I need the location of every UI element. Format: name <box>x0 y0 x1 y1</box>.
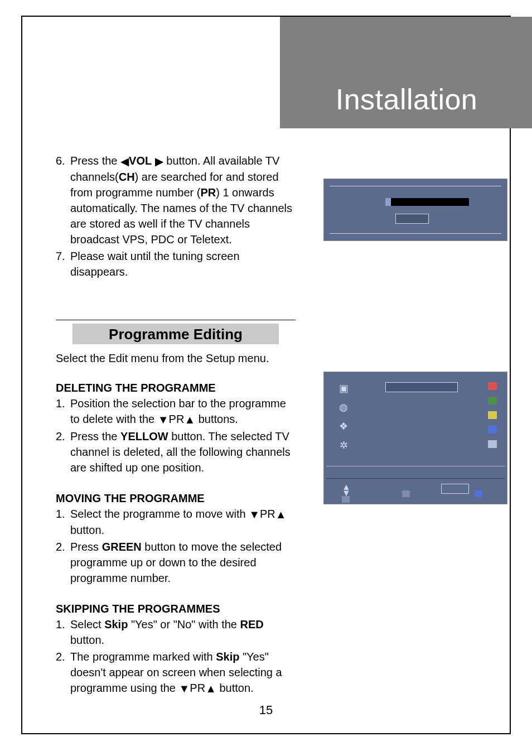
page-title: Installation <box>336 83 478 116</box>
features-icon: ❖ <box>336 420 351 432</box>
page-number: 15 <box>22 703 510 718</box>
yellow-square-icon <box>488 411 497 419</box>
footer-square-icon <box>402 490 410 497</box>
green-label: GREEN <box>102 541 142 553</box>
moving-step-1: 1. Select the programme to move with ▼PR… <box>56 506 296 538</box>
triangle-left-icon: ◀ <box>120 153 129 169</box>
skipping-step-1: 1. Select Skip "Yes" or "No" with the RE… <box>56 617 296 648</box>
triangle-right-icon: ▶ <box>155 153 163 169</box>
pr-label: PR <box>200 186 216 199</box>
text: button. <box>216 682 254 694</box>
skip-label: Skip <box>216 651 239 663</box>
footer-blue-square-icon <box>475 490 482 497</box>
yellow-label: YELLOW <box>120 430 168 442</box>
triangle-down-icon: ▼ <box>249 507 260 522</box>
updown-arrows-icon: ▲▼ <box>342 484 351 496</box>
step-7: 7. Please wait until the tuning screen d… <box>56 248 296 280</box>
text: Select the programme to move with <box>70 508 249 520</box>
page-frame: Installation 6. Press the ◀VOL ▶ button.… <box>21 16 511 734</box>
step-number: 2. <box>56 539 70 586</box>
pr-label: PR <box>190 682 205 694</box>
section-intro: Select the Edit menu from the Setup menu… <box>56 352 296 365</box>
grey-square-icon <box>488 440 497 448</box>
step-number: 1. <box>56 506 70 538</box>
deleting-step-2: 2. Press the YELLOW button. The selected… <box>56 428 296 475</box>
text: "Yes" or "No" with the <box>128 618 240 630</box>
ch-label: CH <box>119 171 135 183</box>
edit-label: Edit <box>109 352 128 364</box>
tuning-screenshot <box>323 179 507 241</box>
subheading-deleting: DELETING THE PROGRAMME <box>56 382 296 394</box>
skipping-step-2: 2. The programme marked with Skip "Yes" … <box>56 649 296 696</box>
install-icon: ✲ <box>336 439 351 451</box>
step-number: 7. <box>56 248 70 280</box>
header-band: Installation <box>280 17 532 128</box>
edit-menu-screenshot: ▣ ◍ ❖ ✲ ▲▼ <box>323 372 507 504</box>
step-6: 6. Press the ◀VOL ▶ button. All availabl… <box>56 153 296 247</box>
text: Press <box>70 541 102 553</box>
text: Please wait until the tuning screen disa… <box>70 248 296 280</box>
text: buttons. <box>195 413 238 425</box>
text: Select <box>70 618 104 630</box>
section-divider: Programme Editing <box>56 320 296 344</box>
menu-row-highlight <box>385 382 458 392</box>
step-number: 1. <box>56 617 70 648</box>
section-heading: Programme Editing <box>72 324 279 344</box>
value-box-icon <box>395 214 429 224</box>
step-number: 1. <box>56 396 70 427</box>
footer-square-icon <box>342 496 350 503</box>
red-label: RED <box>240 618 264 630</box>
subheading-moving: MOVING THE PROGRAMME <box>56 492 296 505</box>
triangle-down-icon: ▼ <box>179 681 190 696</box>
subheading-skipping: SKIPPING THE PROGRAMMES <box>56 603 296 615</box>
content-area: 6. Press the ◀VOL ▶ button. All availabl… <box>56 153 476 697</box>
text: Press the <box>70 155 120 167</box>
step-number: 2. <box>56 649 70 696</box>
setup-label: Setup <box>206 352 235 364</box>
footer-box-icon <box>441 484 469 494</box>
text: The programme marked with <box>70 651 216 663</box>
triangle-up-icon: ▲ <box>184 412 195 427</box>
triangle-up-icon: ▲ <box>275 507 287 522</box>
text: Press the <box>70 430 120 442</box>
text: Select the <box>56 352 109 364</box>
moving-step-2: 2. Press GREEN button to move the select… <box>56 539 296 586</box>
skip-label: Skip <box>104 618 128 630</box>
step-number: 2. <box>56 428 70 475</box>
vol-label: VOL <box>129 155 152 167</box>
sound-icon: ◍ <box>336 401 351 413</box>
pr-label: PR <box>169 413 185 425</box>
picture-icon: ▣ <box>336 382 351 394</box>
triangle-up-icon: ▲ <box>205 681 216 696</box>
deleting-step-1: 1. Position the selection bar to the pro… <box>56 396 296 427</box>
text: button. <box>70 634 104 646</box>
red-square-icon <box>488 382 497 390</box>
left-column: 6. Press the ◀VOL ▶ button. All availabl… <box>56 153 296 696</box>
progress-bar-icon <box>385 198 469 206</box>
text: menu. <box>235 352 269 364</box>
blue-square-icon <box>488 426 497 434</box>
step-number: 6. <box>56 153 70 247</box>
green-square-icon <box>488 397 497 405</box>
triangle-down-icon: ▼ <box>158 412 169 427</box>
text: button. <box>70 524 104 536</box>
text: menu from the <box>128 352 206 364</box>
pr-label: PR <box>260 508 275 520</box>
